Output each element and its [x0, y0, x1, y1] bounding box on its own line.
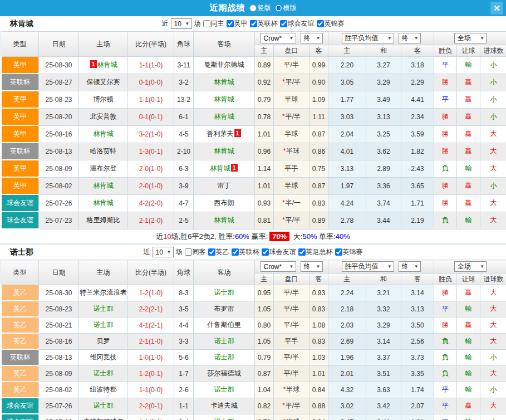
mean-home: 2.18	[328, 301, 366, 317]
league-checkbox-input[interactable]	[317, 20, 324, 27]
league-filter-checkbox[interactable]: 球会友谊	[280, 19, 315, 28]
mean-home: 3.03	[328, 108, 366, 125]
chevron-down-icon: ▼	[387, 264, 392, 269]
result-handicap: 贏	[457, 125, 480, 143]
odds-away: 0.90	[310, 74, 328, 91]
league-checkbox-input[interactable]	[227, 20, 234, 27]
same-venue-checkbox-input[interactable]	[203, 20, 210, 27]
odds-away: 0.83	[310, 333, 328, 349]
scope-select[interactable]: 全场▼	[454, 261, 487, 272]
full-score: 2-0	[139, 165, 149, 173]
league-checkbox-input[interactable]	[232, 248, 239, 256]
odds-group-header: Crow*▼ 终▼	[255, 32, 328, 45]
result-outcome: 勝	[434, 317, 457, 333]
half-score: (1-0)	[149, 165, 163, 173]
result-outcome: 負	[434, 365, 457, 382]
odds-away: 0.86	[310, 143, 328, 160]
horizontal-layout-radio[interactable]	[275, 4, 282, 12]
opponent-team-name: 保顿艾尔宾	[87, 78, 120, 86]
mean-draw: 3.74	[366, 194, 401, 212]
same-venue-checkbox[interactable]: 同客	[185, 247, 206, 257]
result-handicap: 贏	[457, 74, 480, 91]
league-type-badge: 英甲	[1, 57, 39, 74]
league-checkbox-input[interactable]	[208, 248, 215, 256]
section-header: 诺士郡 近 10▼ 场 同客 英乙英联杯球会友谊英足总杯英锦赛	[0, 245, 506, 260]
match-date: 25-08-16	[39, 125, 79, 143]
away-team: 莎尔福德城	[194, 365, 255, 382]
league-filter-checkbox[interactable]: 英足总杯	[298, 247, 333, 257]
opponent-team-name: 北安普敦	[90, 113, 117, 120]
close-button[interactable]: ✕	[490, 2, 503, 14]
league-filter-checkbox[interactable]: 英锦赛	[335, 247, 363, 257]
mean-draw: 3.51	[366, 365, 401, 382]
odds-away: 0.83	[310, 194, 328, 212]
corner-count: 3-4	[174, 414, 194, 420]
subject-team-name: 林肯城	[210, 164, 230, 172]
league-checkbox-input[interactable]	[335, 248, 342, 256]
result-outcome: 負	[434, 349, 457, 365]
league-filter-checkbox[interactable]: 英联杯	[232, 247, 259, 257]
match-date: 25-08-13	[39, 143, 79, 160]
sub-header-mean-draw: 和	[366, 45, 401, 57]
early-odds-star-icon: *	[282, 199, 285, 207]
mean-draw: 3.13	[366, 108, 401, 125]
result-handicap: 贏	[457, 143, 480, 160]
match-count-select[interactable]: 10▼	[153, 247, 174, 257]
mean-odds-select[interactable]: 胜平负均值▼	[342, 33, 394, 43]
layout-option-vertical[interactable]: 竖版	[249, 3, 271, 13]
result-goals: 大	[480, 317, 506, 333]
summary-segment: 50%	[302, 232, 317, 241]
half-score: (0-1)	[149, 418, 163, 420]
league-filter-checkbox[interactable]: 球会友谊	[262, 247, 296, 257]
same-venue-checkbox-input[interactable]	[185, 248, 192, 256]
summary-segment: 70%	[269, 232, 289, 241]
bookmaker-select[interactable]: Crow*▼	[261, 261, 296, 272]
result-goals: 大	[480, 125, 506, 143]
result-handicap: 贏	[457, 398, 480, 414]
bookmaker-select[interactable]: Crow*▼	[261, 33, 296, 43]
result-handicap: 輸	[457, 414, 480, 420]
mean-time-select[interactable]: 终▼	[399, 33, 421, 43]
full-score: 0-1	[139, 113, 149, 121]
league-filter-checkbox[interactable]: 英甲	[227, 19, 248, 28]
result-handicap: 輸	[457, 57, 480, 74]
full-score: 1-2	[139, 289, 149, 297]
half-score: (0-1)	[149, 148, 163, 155]
half-score: (0-1)	[149, 402, 163, 410]
half-score: (1-0)	[149, 182, 163, 190]
league-checkbox-input[interactable]	[262, 248, 269, 256]
result-group-header: 全场▼	[434, 32, 506, 45]
result-handicap: 輸	[457, 212, 480, 229]
vertical-layout-label: 竖版	[258, 3, 271, 13]
league-checkbox-input[interactable]	[280, 20, 287, 27]
result-goals: 大	[480, 194, 506, 212]
odds-time-select[interactable]: 终▼	[301, 33, 323, 43]
sub-header-wdl: 胜负	[434, 274, 457, 285]
match-date: 25-08-30	[39, 57, 79, 74]
odds-home: 1.04	[255, 382, 274, 398]
same-venue-checkbox[interactable]: 同主	[203, 19, 224, 28]
league-filter-checkbox[interactable]: 英联杯	[250, 19, 278, 28]
vertical-layout-radio[interactable]	[249, 4, 257, 12]
titlebar: 近期战绩 竖版 横版 ✕	[0, 0, 506, 16]
odds-time-select[interactable]: 终▼	[301, 261, 323, 272]
league-checkbox-input[interactable]	[250, 20, 257, 27]
layout-option-horizontal[interactable]: 横版	[275, 3, 297, 13]
league-type-badge: 球会友谊	[1, 414, 39, 420]
league-filter-label: 球会友谊	[288, 19, 315, 28]
league-filter-checkbox[interactable]: 英乙	[208, 247, 229, 257]
mean-time-select[interactable]: 终▼	[399, 261, 421, 272]
league-checkbox-input[interactable]	[298, 248, 306, 256]
league-filter-checkbox[interactable]: 英锦赛	[317, 19, 345, 28]
away-team: 诺士郡	[194, 414, 255, 420]
half-score: (0-0)	[149, 79, 163, 86]
half-score: (0-1)	[149, 370, 163, 378]
match-date: 25-08-02	[39, 177, 79, 194]
result-handicap: 輸	[457, 382, 480, 398]
mean-odds-select[interactable]: 胜平负均值▼	[342, 261, 394, 272]
corner-count: 3-5	[174, 301, 194, 317]
odds-away: 0.93	[310, 285, 328, 301]
scope-select[interactable]: 全场▼	[454, 33, 487, 43]
odds-away: 0.87	[310, 177, 328, 194]
match-count-select[interactable]: 10▼	[171, 18, 192, 29]
